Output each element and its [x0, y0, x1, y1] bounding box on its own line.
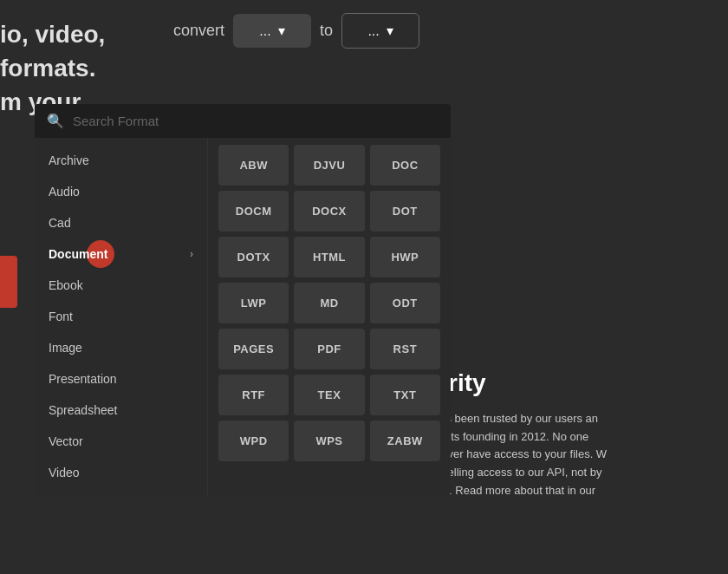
format-btn-md[interactable]: MD [294, 283, 364, 323]
format-btn-rtf[interactable]: RTF [218, 375, 289, 415]
format-btn-pdf[interactable]: PDF [294, 329, 364, 369]
category-label-document: Document [49, 247, 107, 261]
format-btn-wpd[interactable]: WPD [218, 421, 289, 461]
category-item-presentation[interactable]: Presentation [35, 363, 207, 395]
category-label-font: Font [49, 310, 73, 323]
category-item-video[interactable]: Video [35, 457, 207, 488]
security-section: urity has been trusted by our users ance… [433, 364, 728, 500]
format-btn-zabw[interactable]: ZABW [370, 421, 440, 461]
category-item-audio[interactable]: Audio [35, 176, 207, 207]
convert-label: convert [173, 22, 224, 40]
category-label-presentation: Presentation [49, 372, 117, 386]
format-btn-dotx[interactable]: DOTX [218, 237, 289, 277]
format-btn-docx[interactable]: DOCX [294, 191, 364, 232]
format-btn-doc[interactable]: DOC [370, 145, 440, 186]
format-btn-dot[interactable]: DOT [370, 191, 440, 232]
from-btn-label: ... [259, 23, 270, 39]
security-text: has been trusted by our users ance its f… [433, 410, 728, 500]
format-btn-lwp[interactable]: LWP [218, 283, 289, 323]
to-chevron-icon: ▾ [387, 23, 393, 39]
category-label-archive: Archive [49, 153, 89, 167]
search-icon: 🔍 [47, 113, 64, 129]
to-label: to [320, 22, 333, 40]
format-btn-odt[interactable]: ODT [370, 283, 440, 323]
format-btn-hwp[interactable]: HWP [370, 237, 440, 277]
format-btn-wps[interactable]: WPS [294, 421, 364, 461]
category-chevron-icon: › [190, 248, 193, 260]
category-item-spreadsheet[interactable]: Spreadsheet [35, 395, 207, 426]
search-input[interactable] [73, 114, 439, 128]
category-item-vector[interactable]: Vector [35, 426, 207, 457]
category-item-image[interactable]: Image [35, 332, 207, 363]
category-item-ebook[interactable]: Ebook [35, 270, 207, 301]
to-format-dropdown[interactable]: ... ▾ [341, 13, 419, 49]
format-btn-txt[interactable]: TXT [370, 375, 440, 415]
format-btn-pages[interactable]: PAGES [218, 329, 289, 369]
from-format-dropdown[interactable]: ... ▾ [233, 14, 311, 48]
category-label-video: Video [49, 466, 80, 479]
format-btn-tex[interactable]: TEX [294, 375, 364, 415]
format-grid: ABWDJVUDOCDOCMDOCXDOTDOTXHTMLHWPLWPMDODT… [218, 145, 440, 461]
category-label-vector: Vector [49, 434, 83, 448]
format-grid-container[interactable]: ABWDJVUDOCDOCMDOCXDOTDOTXHTMLHWPLWPMDODT… [208, 138, 451, 495]
to-btn-label: ... [367, 23, 379, 39]
format-btn-djvu[interactable]: DJVU [294, 145, 364, 186]
category-label-spreadsheet: Spreadsheet [49, 403, 117, 417]
category-item-document[interactable]: Document› [35, 238, 207, 270]
format-btn-abw[interactable]: ABW [218, 145, 289, 186]
category-label-cad: Cad [49, 216, 71, 230]
red-side-icon [0, 256, 17, 308]
panel-body: ArchiveAudioCadDocument›EbookFontImagePr… [35, 138, 451, 495]
format-btn-html[interactable]: HTML [294, 237, 364, 277]
format-btn-docm[interactable]: DOCM [218, 191, 289, 232]
categories-list: ArchiveAudioCadDocument›EbookFontImagePr… [35, 138, 208, 495]
category-item-archive[interactable]: Archive [35, 145, 207, 176]
category-label-ebook: Ebook [49, 278, 83, 292]
format-dropdown-panel: 🔍 ArchiveAudioCadDocument›EbookFontImage… [35, 104, 451, 495]
search-bar: 🔍 [35, 104, 451, 138]
format-btn-rst[interactable]: RST [370, 329, 440, 369]
security-title: urity [433, 364, 728, 403]
category-label-audio: Audio [49, 185, 80, 199]
category-item-cad[interactable]: Cad [35, 207, 207, 238]
category-label-image: Image [49, 341, 82, 355]
top-bar: convert ... ▾ to ... ▾ [173, 13, 419, 49]
bg-line-2: formats. [0, 51, 105, 85]
category-item-font[interactable]: Font [35, 301, 207, 332]
bg-line-1: io, video, [0, 17, 105, 51]
from-chevron-icon: ▾ [278, 23, 285, 39]
